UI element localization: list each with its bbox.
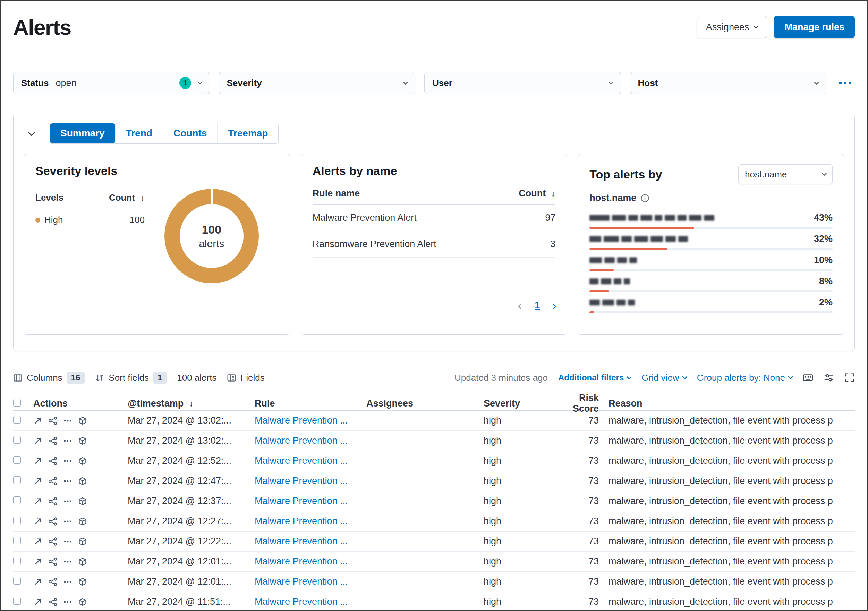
top-alert-row[interactable]: 8% — [589, 271, 832, 292]
top-alerts-field-select[interactable]: host.name — [738, 164, 832, 184]
manage-rules-button[interactable]: Manage rules — [774, 16, 855, 38]
reason-cell[interactable]: malware, intrusion_detection, file event… — [609, 415, 855, 426]
expand-alert-icon[interactable] — [33, 557, 42, 566]
more-actions-icon[interactable] — [63, 597, 72, 606]
collapse-charts-button[interactable] — [24, 126, 39, 141]
more-actions-icon[interactable] — [63, 557, 72, 566]
grid-settings-icon[interactable] — [824, 373, 834, 383]
analyze-event-icon[interactable] — [48, 557, 57, 566]
analyze-event-icon[interactable] — [48, 537, 57, 546]
fullscreen-icon[interactable] — [845, 373, 855, 383]
expand-alert-icon[interactable] — [33, 497, 42, 506]
alerts-by-name-row[interactable]: Malware Prevention Alert 97 — [313, 205, 556, 231]
fields-button[interactable]: Fields — [227, 373, 264, 383]
rule-header[interactable]: Rule — [255, 398, 366, 409]
reason-cell[interactable]: malware, intrusion_detection, file event… — [609, 536, 855, 547]
row-checkbox[interactable] — [13, 456, 21, 464]
select-all-checkbox[interactable] — [13, 399, 21, 407]
investigate-in-timeline-icon[interactable] — [78, 577, 87, 586]
investigate-in-timeline-icon[interactable] — [78, 416, 87, 425]
investigate-in-timeline-icon[interactable] — [78, 537, 87, 546]
columns-button[interactable]: Columns 16 — [13, 372, 85, 384]
severity-table-row[interactable]: High 100 — [36, 208, 145, 232]
keyboard-shortcuts-icon[interactable] — [803, 373, 813, 383]
row-checkbox[interactable] — [13, 476, 21, 484]
more-actions-icon[interactable] — [63, 497, 72, 506]
filter-severity[interactable]: Severity — [219, 72, 415, 94]
analyze-event-icon[interactable] — [48, 597, 57, 606]
row-checkbox[interactable] — [13, 436, 21, 444]
severity-donut-chart[interactable]: 100 alerts — [164, 189, 259, 283]
analyze-event-icon[interactable] — [48, 497, 57, 506]
pagination-prev-icon[interactable] — [519, 300, 523, 311]
reason-cell[interactable]: malware, intrusion_detection, file event… — [609, 496, 855, 507]
reason-cell[interactable]: malware, intrusion_detection, file event… — [609, 596, 855, 607]
more-actions-icon[interactable] — [63, 416, 72, 425]
tab-trend[interactable]: Trend — [115, 123, 163, 143]
count-sort-header[interactable]: Count ↓ — [109, 192, 145, 203]
rule-link[interactable]: Malware Prevention ... — [255, 415, 348, 426]
timestamp-header[interactable]: @timestamp ↓ — [128, 398, 255, 409]
risk-score-header[interactable]: Risk Score — [552, 393, 609, 414]
reason-cell[interactable]: malware, intrusion_detection, file event… — [609, 476, 855, 487]
expand-alert-icon[interactable] — [33, 577, 42, 586]
analyze-event-icon[interactable] — [48, 457, 57, 466]
pagination-page-1[interactable]: 1 — [535, 300, 540, 311]
rule-link[interactable]: Malware Prevention ... — [255, 456, 348, 466]
analyze-event-icon[interactable] — [48, 577, 57, 586]
expand-alert-icon[interactable] — [33, 477, 42, 486]
rule-link[interactable]: Malware Prevention ... — [255, 576, 348, 587]
row-checkbox[interactable] — [13, 597, 21, 605]
top-alert-row[interactable]: 2% — [589, 292, 832, 314]
investigate-in-timeline-icon[interactable] — [78, 477, 87, 486]
expand-alert-icon[interactable] — [33, 416, 42, 425]
expand-alert-icon[interactable] — [33, 457, 42, 466]
more-actions-icon[interactable] — [63, 537, 72, 546]
rule-link[interactable]: Malware Prevention ... — [255, 596, 348, 607]
more-actions-icon[interactable] — [63, 477, 72, 486]
tab-counts[interactable]: Counts — [163, 123, 217, 143]
more-actions-icon[interactable] — [63, 436, 72, 445]
more-actions-icon[interactable] — [63, 457, 72, 466]
expand-alert-icon[interactable] — [33, 436, 42, 445]
filter-status[interactable]: Status open 1 — [13, 72, 210, 94]
analyze-event-icon[interactable] — [48, 416, 57, 425]
top-alert-row[interactable]: 10% — [589, 250, 832, 271]
rule-link[interactable]: Malware Prevention ... — [255, 476, 348, 486]
row-checkbox[interactable] — [13, 537, 21, 544]
analyze-event-icon[interactable] — [48, 517, 57, 526]
assignees-button[interactable]: Assignees — [697, 16, 767, 38]
expand-alert-icon[interactable] — [33, 597, 42, 606]
filter-host[interactable]: Host — [630, 72, 827, 94]
reason-cell[interactable]: malware, intrusion_detection, file event… — [609, 576, 855, 587]
row-checkbox[interactable] — [13, 496, 21, 504]
rule-link[interactable]: Malware Prevention ... — [255, 435, 348, 446]
investigate-in-timeline-icon[interactable] — [78, 517, 87, 526]
analyze-event-icon[interactable] — [48, 477, 57, 486]
row-checkbox[interactable] — [13, 416, 21, 423]
group-alerts-by-button[interactable]: Group alerts by: None — [697, 373, 792, 383]
reason-cell[interactable]: malware, intrusion_detection, file event… — [609, 556, 855, 567]
count-sort-header[interactable]: Count ↓ — [519, 188, 555, 199]
filter-user[interactable]: User — [424, 72, 621, 94]
row-checkbox[interactable] — [13, 516, 21, 524]
more-filters-icon[interactable] — [835, 72, 855, 94]
rule-link[interactable]: Malware Prevention ... — [255, 536, 348, 546]
expand-alert-icon[interactable] — [33, 517, 42, 526]
row-checkbox[interactable] — [13, 577, 21, 585]
top-alert-row[interactable]: 32% — [589, 229, 832, 250]
expand-alert-icon[interactable] — [33, 537, 42, 546]
reason-cell[interactable]: malware, intrusion_detection, file event… — [609, 435, 855, 446]
investigate-in-timeline-icon[interactable] — [78, 557, 87, 566]
rule-link[interactable]: Malware Prevention ... — [255, 516, 348, 526]
rule-link[interactable]: Malware Prevention ... — [255, 496, 348, 506]
pagination-next-icon[interactable] — [552, 300, 555, 311]
additional-filters-button[interactable]: Additional filters — [558, 373, 631, 382]
investigate-in-timeline-icon[interactable] — [78, 436, 87, 445]
tab-treemap[interactable]: Treemap — [217, 123, 278, 143]
reason-cell[interactable]: malware, intrusion_detection, file event… — [609, 456, 855, 466]
more-actions-icon[interactable] — [63, 517, 72, 526]
row-checkbox[interactable] — [13, 557, 21, 564]
tab-summary[interactable]: Summary — [50, 123, 115, 143]
investigate-in-timeline-icon[interactable] — [78, 497, 87, 506]
